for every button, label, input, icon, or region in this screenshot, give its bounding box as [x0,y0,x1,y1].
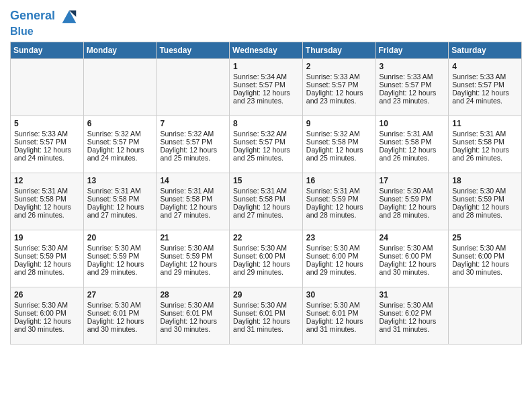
sunrise-text: Sunrise: 5:34 AM [233,73,300,81]
daylight-text: Daylight: 12 hours and 29 minutes. [233,260,300,276]
day-number: 12 [14,176,81,185]
daylight-text: Daylight: 12 hours and 27 minutes. [87,203,154,219]
sunrise-text: Sunrise: 5:32 AM [233,130,300,138]
day-number: 24 [380,233,446,242]
sunrise-text: Sunrise: 5:31 AM [160,187,226,195]
day-number: 9 [306,119,373,128]
sunset-text: Sunset: 5:59 PM [87,252,154,260]
sunset-text: Sunset: 5:57 PM [14,138,81,146]
calendar-cell [83,58,157,116]
column-header-wednesday: Wednesday [230,42,303,58]
calendar-week-4: 19Sunrise: 5:30 AMSunset: 5:59 PMDayligh… [11,230,522,287]
daylight-text: Daylight: 12 hours and 25 minutes. [233,146,300,162]
daylight-text: Daylight: 12 hours and 24 minutes. [452,89,519,105]
calendar-week-1: 1Sunrise: 5:34 AMSunset: 5:57 PMDaylight… [11,58,522,116]
calendar-cell: 23Sunrise: 5:30 AMSunset: 6:00 PMDayligh… [302,230,375,287]
sunset-text: Sunset: 6:02 PM [380,309,446,317]
column-header-tuesday: Tuesday [157,42,230,58]
day-number: 11 [452,119,519,128]
day-number: 23 [306,233,373,242]
daylight-text: Daylight: 12 hours and 29 minutes. [87,260,154,276]
day-number: 2 [306,62,373,71]
day-number: 26 [14,290,81,300]
calendar-cell: 25Sunrise: 5:30 AMSunset: 6:00 PMDayligh… [449,230,522,287]
sunrise-text: Sunrise: 5:33 AM [14,130,81,138]
column-header-friday: Friday [375,42,449,58]
daylight-text: Daylight: 12 hours and 28 minutes. [306,203,373,219]
sunrise-text: Sunrise: 5:30 AM [14,301,81,309]
calendar-cell: 19Sunrise: 5:30 AMSunset: 5:59 PMDayligh… [11,230,84,287]
sunrise-text: Sunrise: 5:33 AM [452,73,519,81]
daylight-text: Daylight: 12 hours and 26 minutes. [452,146,519,162]
sunset-text: Sunset: 6:01 PM [306,309,373,317]
calendar-cell: 10Sunrise: 5:31 AMSunset: 5:58 PMDayligh… [375,116,449,173]
sunset-text: Sunset: 6:00 PM [233,252,300,260]
day-number: 25 [452,233,519,242]
calendar-cell: 31Sunrise: 5:30 AMSunset: 6:02 PMDayligh… [375,287,449,344]
page-header: General Blue [10,7,522,38]
calendar-cell: 5Sunrise: 5:33 AMSunset: 5:57 PMDaylight… [11,116,84,173]
day-number: 5 [14,119,81,128]
day-number: 18 [452,176,519,185]
sunset-text: Sunset: 5:58 PM [380,138,446,146]
column-header-sunday: Sunday [11,42,84,58]
sunset-text: Sunset: 5:57 PM [233,81,300,89]
daylight-text: Daylight: 12 hours and 29 minutes. [160,260,226,276]
sunset-text: Sunset: 5:57 PM [452,81,519,89]
sunset-text: Sunset: 5:58 PM [87,195,154,203]
sunrise-text: Sunrise: 5:31 AM [452,130,519,138]
daylight-text: Daylight: 12 hours and 30 minutes. [87,317,154,333]
sunrise-text: Sunrise: 5:30 AM [87,301,154,309]
sunset-text: Sunset: 6:00 PM [452,252,519,260]
calendar-cell: 24Sunrise: 5:30 AMSunset: 6:00 PMDayligh… [375,230,449,287]
calendar-cell [449,287,522,344]
calendar-cell: 11Sunrise: 5:31 AMSunset: 5:58 PMDayligh… [449,116,522,173]
calendar-cell: 9Sunrise: 5:32 AMSunset: 5:58 PMDaylight… [302,116,375,173]
calendar-cell: 28Sunrise: 5:30 AMSunset: 6:01 PMDayligh… [157,287,230,344]
day-number: 8 [233,119,300,128]
calendar-cell [11,58,84,116]
daylight-text: Daylight: 12 hours and 25 minutes. [160,146,226,162]
calendar-table: SundayMondayTuesdayWednesdayThursdayFrid… [10,42,522,345]
sunrise-text: Sunrise: 5:31 AM [233,187,300,195]
calendar-cell: 15Sunrise: 5:31 AMSunset: 5:58 PMDayligh… [230,173,303,230]
daylight-text: Daylight: 12 hours and 28 minutes. [14,260,81,276]
sunrise-text: Sunrise: 5:31 AM [380,130,446,138]
sunset-text: Sunset: 5:59 PM [380,195,446,203]
daylight-text: Daylight: 12 hours and 31 minutes. [306,317,373,333]
calendar-week-5: 26Sunrise: 5:30 AMSunset: 6:00 PMDayligh… [11,287,522,344]
calendar-cell: 22Sunrise: 5:30 AMSunset: 6:00 PMDayligh… [230,230,303,287]
daylight-text: Daylight: 12 hours and 23 minutes. [233,89,300,105]
day-number: 7 [160,119,226,128]
day-number: 14 [160,176,226,185]
sunset-text: Sunset: 5:59 PM [160,252,226,260]
calendar-cell: 7Sunrise: 5:32 AMSunset: 5:57 PMDaylight… [157,116,230,173]
sunset-text: Sunset: 5:58 PM [233,195,300,203]
sunset-text: Sunset: 5:57 PM [160,138,226,146]
sunset-text: Sunset: 5:57 PM [380,81,446,89]
calendar-week-2: 5Sunrise: 5:33 AMSunset: 5:57 PMDaylight… [11,116,522,173]
sunset-text: Sunset: 5:57 PM [306,81,373,89]
sunset-text: Sunset: 5:59 PM [452,195,519,203]
daylight-text: Daylight: 12 hours and 28 minutes. [452,203,519,219]
day-number: 16 [306,176,373,185]
day-number: 29 [233,290,300,300]
day-number: 19 [14,233,81,242]
calendar-cell: 14Sunrise: 5:31 AMSunset: 5:58 PMDayligh… [157,173,230,230]
day-number: 17 [380,176,446,185]
day-number: 1 [233,62,300,71]
daylight-text: Daylight: 12 hours and 26 minutes. [14,203,81,219]
calendar-cell: 13Sunrise: 5:31 AMSunset: 5:58 PMDayligh… [83,173,157,230]
daylight-text: Daylight: 12 hours and 24 minutes. [14,146,81,162]
logo-text: General [10,7,79,26]
daylight-text: Daylight: 12 hours and 31 minutes. [380,317,446,333]
calendar-cell: 8Sunrise: 5:32 AMSunset: 5:57 PMDaylight… [230,116,303,173]
calendar-cell: 20Sunrise: 5:30 AMSunset: 5:59 PMDayligh… [83,230,157,287]
sunrise-text: Sunrise: 5:30 AM [306,244,373,252]
sunset-text: Sunset: 6:00 PM [14,309,81,317]
day-number: 6 [87,119,154,128]
calendar-body: 1Sunrise: 5:34 AMSunset: 5:57 PMDaylight… [11,58,522,344]
daylight-text: Daylight: 12 hours and 30 minutes. [160,317,226,333]
sunrise-text: Sunrise: 5:30 AM [14,244,81,252]
calendar-cell: 29Sunrise: 5:30 AMSunset: 6:01 PMDayligh… [230,287,303,344]
